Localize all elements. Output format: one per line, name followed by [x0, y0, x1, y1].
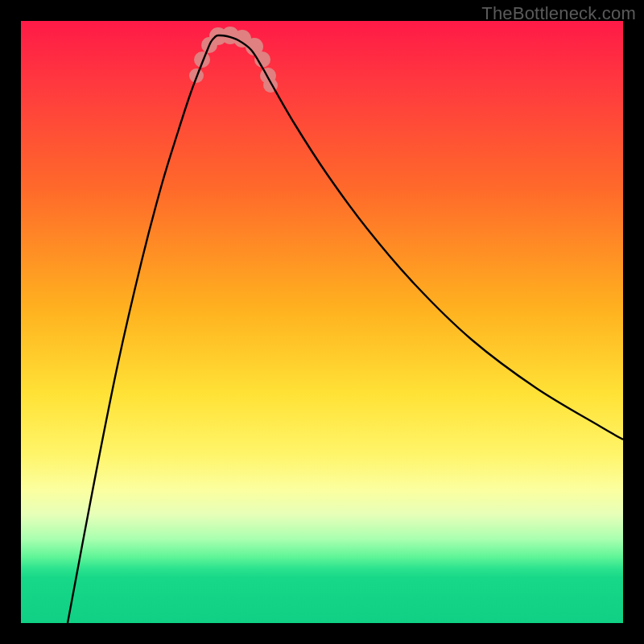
chart-area [21, 21, 623, 623]
chart-svg [21, 21, 623, 623]
watermark-text: TheBottleneck.com [481, 3, 636, 24]
bottleneck-curve [68, 35, 623, 623]
